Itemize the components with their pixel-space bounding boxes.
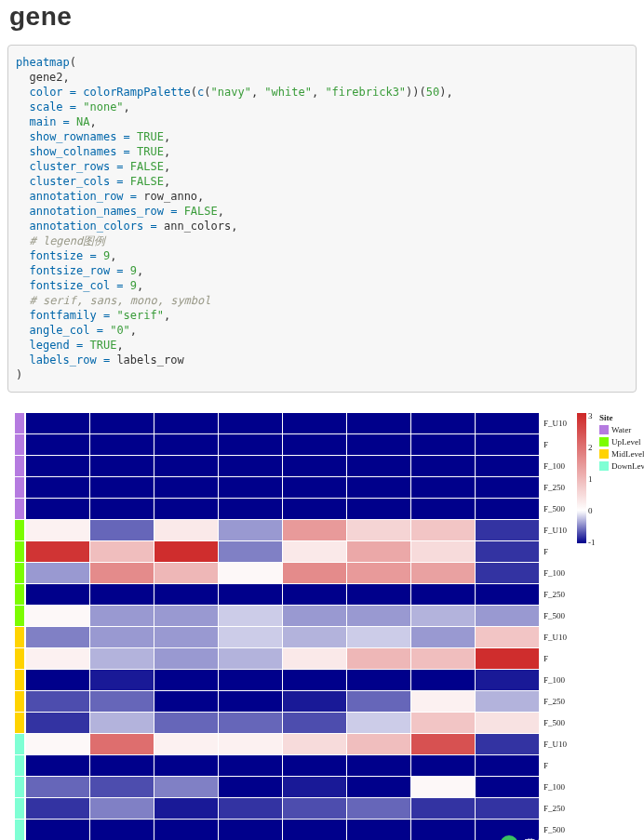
heatmap-grid (26, 413, 540, 840)
heatmap-cell (283, 541, 347, 563)
annotation-cell (15, 777, 24, 798)
colorbar-tick: 0 (588, 506, 593, 515)
row-label: F_250 (543, 798, 576, 820)
heatmap-cell (26, 713, 90, 734)
heatmap-cell (283, 413, 347, 434)
heatmap-cell (26, 434, 90, 456)
heatmap-cell (411, 499, 476, 520)
heatmap-cell (90, 691, 154, 713)
heatmap-cell (219, 755, 283, 777)
annotation-cell (15, 627, 24, 648)
colorbar (577, 413, 586, 543)
heatmap-cell (283, 670, 347, 691)
heatmap-cell (26, 520, 90, 541)
heatmap-cell (411, 413, 476, 434)
heatmap-cell (154, 820, 219, 840)
heatmap-cell (26, 691, 90, 713)
colorbar-tick: 3 (588, 411, 593, 420)
heatmap-cell (347, 584, 411, 606)
annotation-cell (15, 755, 24, 777)
annotation-cell (15, 713, 24, 734)
row-label: F_U10 (543, 413, 576, 434)
heatmap-cell (411, 798, 476, 820)
colorbar-tick: 1 (588, 474, 593, 484)
heatmap-cell (411, 670, 476, 691)
annotation-cell (15, 734, 24, 755)
heatmap-cell (283, 755, 347, 777)
annotation-cell (15, 670, 24, 691)
heatmap-cell (411, 456, 476, 477)
heatmap-cell (347, 541, 411, 563)
heatmap-cell (219, 777, 283, 798)
heatmap-cell (347, 520, 411, 541)
row-label: F_100 (543, 777, 576, 798)
colorbar-ticks: -10123 (588, 411, 599, 545)
heatmap-cell (219, 456, 283, 477)
row-label: F_500 (543, 499, 576, 520)
heatmap-cell (411, 755, 476, 777)
heatmap-cell (154, 541, 219, 563)
heatmap-cell (476, 499, 540, 520)
heatmap-cell (411, 713, 476, 734)
row-label: F_500 (543, 606, 576, 627)
heatmap-cell (26, 648, 90, 670)
heatmap-cell (283, 606, 347, 627)
heatmap-cell (90, 734, 154, 755)
heatmap-cell (219, 584, 283, 606)
heatmap-cell (347, 777, 411, 798)
heatmap-cell (219, 691, 283, 713)
heatmap-cell (154, 627, 219, 648)
heatmap-cell (283, 648, 347, 670)
heatmap-cell (347, 563, 411, 584)
heatmap-cell (411, 477, 476, 499)
heatmap-cell (283, 627, 347, 648)
heatmap-cell (347, 413, 411, 434)
page-title: gene (9, 2, 637, 32)
heatmap-cell (90, 627, 154, 648)
heatmap-cell (411, 606, 476, 627)
heatmap-row (26, 820, 540, 840)
heatmap-cell (476, 584, 540, 606)
heatmap-cell (154, 413, 219, 434)
heatmap-cell (26, 413, 90, 434)
heatmap-cell (283, 691, 347, 713)
heatmap-cell (219, 477, 283, 499)
heatmap-cell (476, 820, 540, 840)
heatmap-cell (90, 648, 154, 670)
heatmap-cell (90, 606, 154, 627)
colorbar-tick: 2 (588, 443, 593, 452)
annotation-cell (15, 541, 24, 563)
row-label: F (543, 648, 576, 670)
heatmap-cell (219, 713, 283, 734)
heatmap-cell (90, 541, 154, 563)
heatmap-cell (90, 798, 154, 820)
heatmap-cell (283, 777, 347, 798)
colorbar-tick: -1 (588, 538, 596, 547)
legend-label: UpLevel (611, 437, 641, 447)
annotation-cell (15, 413, 24, 434)
legend-label: Water (611, 425, 631, 434)
heatmap-row (26, 755, 540, 777)
heatmap-cell (154, 456, 219, 477)
row-label: F (543, 434, 576, 456)
heatmap-cell (347, 820, 411, 840)
heatmap-cell (347, 755, 411, 777)
heatmap-row (26, 520, 540, 541)
row-label: F_U10 (543, 520, 576, 541)
heatmap-cell (219, 670, 283, 691)
heatmap-cell (283, 798, 347, 820)
heatmap-row (26, 713, 540, 734)
heatmap-cell (90, 499, 154, 520)
heatmap-cell (283, 499, 347, 520)
heatmap-cell (347, 713, 411, 734)
heatmap-cell (26, 477, 90, 499)
heatmap-cell (411, 584, 476, 606)
heatmap-cell (90, 777, 154, 798)
heatmap-cell (476, 755, 540, 777)
annotation-cell (15, 563, 24, 584)
heatmap-cell (154, 477, 219, 499)
heatmap-cell (90, 477, 154, 499)
legend-label: DownLevel (611, 461, 644, 471)
heatmap-cell (476, 477, 540, 499)
row-label: F_250 (543, 584, 576, 606)
